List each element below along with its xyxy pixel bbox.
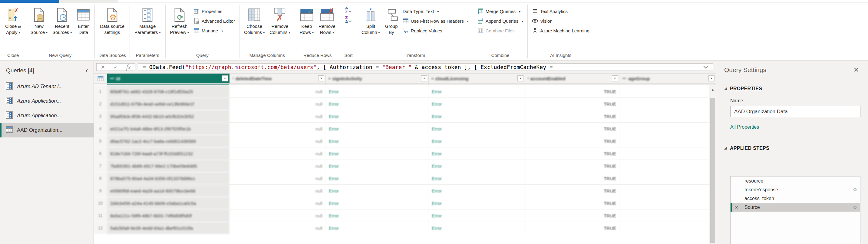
table-cell[interactable] <box>619 135 716 147</box>
applied-step-resource[interactable]: resource <box>731 177 860 185</box>
table-cell[interactable]: Error <box>326 85 429 97</box>
table-cell[interactable]: Error <box>429 160 525 172</box>
table-cell[interactable]: 878ba575-80a4-4a34-b356-0f13378d96cc <box>107 172 229 184</box>
column-filter-icon[interactable]: ▼ <box>518 75 524 82</box>
column-header-accountEnabled[interactable]: ⁑accountEnabled▼ <box>525 73 619 84</box>
table-cell[interactable]: TRUE <box>525 222 619 234</box>
table-cell[interactable]: Error <box>429 172 525 184</box>
table-cell[interactable]: 2d4cb456-a24a-4145-bb06-c0aba1ca0c5a <box>107 197 229 209</box>
group-by-button[interactable]: Group By <box>383 4 400 36</box>
merge-queries-button[interactable]: Merge Queries <box>476 7 525 16</box>
table-cell[interactable]: 818e7cb9-726f-4aa9-a73f-f5153d551232 <box>107 147 229 159</box>
table-cell[interactable]: 7bd00391-4b89-4917-99e2-170be09e8485 <box>107 160 229 172</box>
table-cell[interactable]: null <box>229 197 326 209</box>
table-cell[interactable]: TRUE <box>525 160 619 172</box>
column-header-deletedDateTime[interactable]: ⏱deletedDateTime▼ <box>229 73 326 84</box>
table-cell[interactable] <box>619 197 716 209</box>
vision-button[interactable]: Vision <box>530 17 591 25</box>
table-cell[interactable]: Error <box>429 98 525 110</box>
table-cell[interactable]: Error <box>429 185 525 197</box>
all-properties-link[interactable]: All Properties <box>730 124 868 130</box>
table-cell[interactable]: e0990f68-eaed-4a28-aa1d-90079bccbe68 <box>107 185 229 197</box>
column-filter-icon[interactable]: ▼ <box>222 75 228 82</box>
data-type-button[interactable]: Data Type: Text <box>401 7 470 16</box>
table-cell[interactable]: null <box>229 85 326 97</box>
close-apply-button[interactable]: ✗↑ Close & Apply <box>3 4 23 36</box>
query-list-item[interactable]: AAD Organization... <box>0 123 94 138</box>
query-list-item[interactable]: Azure AD Tenant I... <box>0 79 94 94</box>
table-cell[interactable] <box>619 98 716 110</box>
table-cell[interactable]: 8a5a121c-59f9-48b7-8d31-74f6d08f5d0f <box>107 210 229 222</box>
row-number[interactable]: 4 <box>94 123 107 135</box>
table-cell[interactable]: 5ab2bfa8-9e35-4edd-93a1-dbef91c010fa <box>107 222 229 234</box>
keep-rows-button[interactable]: ✓ Keep Rows <box>298 4 316 36</box>
data-source-settings-button[interactable]: ⚙ Data source settings <box>98 4 127 36</box>
table-cell[interactable]: 95ad59cb-8f36-4432-bb10-a0cfb32e3052 <box>107 110 229 122</box>
column-filter-icon[interactable]: ▼ <box>612 75 618 82</box>
select-all-table-icon[interactable] <box>94 73 107 84</box>
column-type-icon[interactable]: ABC <box>622 77 627 80</box>
recent-sources-button[interactable]: Recent Sources <box>50 4 74 36</box>
column-filter-icon[interactable]: ▼ <box>318 75 324 82</box>
manage-button[interactable]: Manage <box>192 26 237 35</box>
column-header-id[interactable]: ABCid▼ <box>107 73 229 84</box>
table-cell[interactable]: null <box>229 185 326 197</box>
refresh-preview-button[interactable]: ⟳ Refresh Preview <box>168 4 191 36</box>
step-settings-gear-icon[interactable]: ⚙ <box>853 205 857 210</box>
formula-commit-icon[interactable]: ✓ <box>114 64 118 70</box>
table-cell[interactable]: d151d911-675b-4ea0-a49d-ce13fe966e1f <box>107 98 229 110</box>
table-cell[interactable]: null <box>229 147 326 159</box>
table-cell[interactable] <box>619 123 716 135</box>
column-type-icon[interactable]: ⏱ <box>232 77 234 80</box>
row-number[interactable]: 8 <box>94 172 107 184</box>
scrollbar-thumb[interactable] <box>710 98 715 243</box>
table-cell[interactable]: Error <box>326 123 429 135</box>
table-cell[interactable]: TRUE <box>525 172 619 184</box>
split-column-button[interactable]: ▾ Split Column <box>360 4 382 36</box>
table-cell[interactable]: Error <box>429 85 525 97</box>
remove-columns-button[interactable]: ✗ Remove Columns <box>267 4 292 36</box>
table-cell[interactable]: null <box>229 172 326 184</box>
sort-descending-button[interactable]: ZA <box>343 16 354 24</box>
table-cell[interactable] <box>619 85 716 97</box>
properties-button[interactable]: Properties <box>192 7 237 16</box>
row-number[interactable]: 10 <box>94 197 107 209</box>
table-cell[interactable]: Error <box>326 160 429 172</box>
collapse-queries-pane-icon[interactable]: ‹ <box>86 68 88 73</box>
table-cell[interactable]: Error <box>326 98 429 110</box>
table-cell[interactable]: 80b8f761-a682-4328-9708-c18f1df26a25 <box>107 85 229 97</box>
query-list-item[interactable]: Azure Application... <box>0 94 94 109</box>
replace-values-button[interactable]: 12 Replace Values <box>401 26 470 35</box>
table-cell[interactable]: Error <box>326 110 429 122</box>
text-analytics-button[interactable]: Text Analytics <box>530 7 591 16</box>
table-cell[interactable]: TRUE <box>525 85 619 97</box>
query-name-input[interactable]: AAD Organization Data <box>730 106 861 117</box>
use-first-row-as-headers-button[interactable]: Use First Row as Headers <box>401 17 470 25</box>
column-header-signInActivity[interactable]: ▤signInActivity▼ <box>326 73 429 84</box>
column-filter-icon[interactable]: ▼ <box>708 75 714 82</box>
row-number[interactable]: 9 <box>94 185 107 197</box>
row-number[interactable]: 12 <box>94 222 107 234</box>
applied-steps-section-header[interactable]: APPLIED STEPS <box>724 146 868 151</box>
formula-fx-icon[interactable]: fx <box>126 64 130 70</box>
table-cell[interactable]: Error <box>429 210 525 222</box>
append-queries-button[interactable]: Append Queries <box>476 17 525 25</box>
table-cell[interactable]: Error <box>429 147 525 159</box>
query-list-item[interactable]: Azure Application... <box>0 109 94 123</box>
delete-step-icon[interactable]: ✕ <box>735 205 738 210</box>
expand-formula-bar-icon[interactable] <box>703 64 708 70</box>
column-type-icon[interactable]: ▤ <box>328 77 331 80</box>
formula-cancel-icon[interactable]: ✕ <box>101 64 105 70</box>
table-cell[interactable]: Error <box>326 210 429 222</box>
table-cell[interactable]: null <box>229 222 326 234</box>
choose-columns-button[interactable]: Choose Columns <box>242 4 267 36</box>
row-number[interactable]: 3 <box>94 110 107 122</box>
table-cell[interactable]: null <box>229 135 326 147</box>
row-number[interactable]: 7 <box>94 160 107 172</box>
close-query-settings-icon[interactable]: ✕ <box>854 66 859 74</box>
row-number[interactable]: 1 <box>94 85 107 97</box>
table-cell[interactable]: Error <box>429 123 525 135</box>
enter-data-button[interactable]: Enter Data <box>74 4 92 36</box>
step-settings-gear-icon[interactable]: ⚙ <box>853 187 857 192</box>
row-number[interactable]: 2 <box>94 98 107 110</box>
